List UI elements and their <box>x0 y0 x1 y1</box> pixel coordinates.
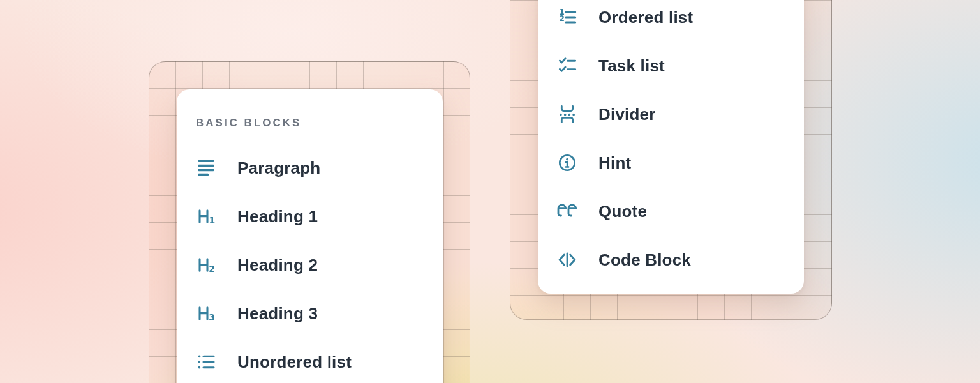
heading-3-icon <box>196 303 216 324</box>
hint-icon <box>557 153 577 173</box>
heading-1-icon <box>196 206 216 227</box>
code-block-icon <box>557 250 577 270</box>
menu-item-label: Divider <box>598 105 656 124</box>
menu-item-heading-1[interactable]: Heading 1 <box>196 192 430 241</box>
menu-item-code-block[interactable]: Code Block <box>557 236 791 284</box>
menu-item-task-list[interactable]: Task list <box>557 41 791 90</box>
hero-canvas: BASIC BLOCKS Paragraph Heading 1 Heading… <box>0 0 980 383</box>
section-label-basic-blocks: BASIC BLOCKS <box>196 117 430 130</box>
menu-item-label: Unordered list <box>237 352 352 372</box>
menu-item-label: Heading 2 <box>237 255 318 275</box>
quote-icon <box>557 201 577 222</box>
menu-item-unordered-list[interactable]: Unordered list <box>196 338 430 383</box>
menu-item-label: Heading 1 <box>237 207 318 227</box>
basic-blocks-menu-list: Paragraph Heading 1 Heading 2 Heading 3 … <box>196 144 430 383</box>
paragraph-icon <box>196 158 216 178</box>
menu-item-heading-3[interactable]: Heading 3 <box>196 289 430 338</box>
menu-item-divider[interactable]: Divider <box>557 90 791 139</box>
insert-blocks-menu-list: Ordered list Task list Divider Hint Quot… <box>557 0 791 284</box>
menu-item-label: Ordered list <box>598 8 693 27</box>
ordered-list-icon <box>557 7 577 27</box>
menu-item-label: Code Block <box>598 250 691 270</box>
menu-item-hint[interactable]: Hint <box>557 139 791 187</box>
menu-item-paragraph[interactable]: Paragraph <box>196 144 430 192</box>
menu-item-label: Quote <box>598 202 647 222</box>
basic-blocks-menu-card: BASIC BLOCKS Paragraph Heading 1 Heading… <box>177 89 443 383</box>
unordered-list-icon <box>196 352 216 372</box>
task-list-icon <box>557 56 577 76</box>
insert-blocks-menu-card: Ordered list Task list Divider Hint Quot… <box>538 0 804 294</box>
menu-item-label: Paragraph <box>237 158 320 178</box>
menu-item-label: Heading 3 <box>237 304 318 324</box>
divider-icon <box>557 104 577 124</box>
menu-item-ordered-list[interactable]: Ordered list <box>557 0 791 41</box>
heading-2-icon <box>196 255 216 275</box>
menu-item-quote[interactable]: Quote <box>557 187 791 236</box>
menu-item-label: Task list <box>598 56 665 76</box>
menu-item-label: Hint <box>598 153 631 173</box>
menu-item-heading-2[interactable]: Heading 2 <box>196 241 430 289</box>
